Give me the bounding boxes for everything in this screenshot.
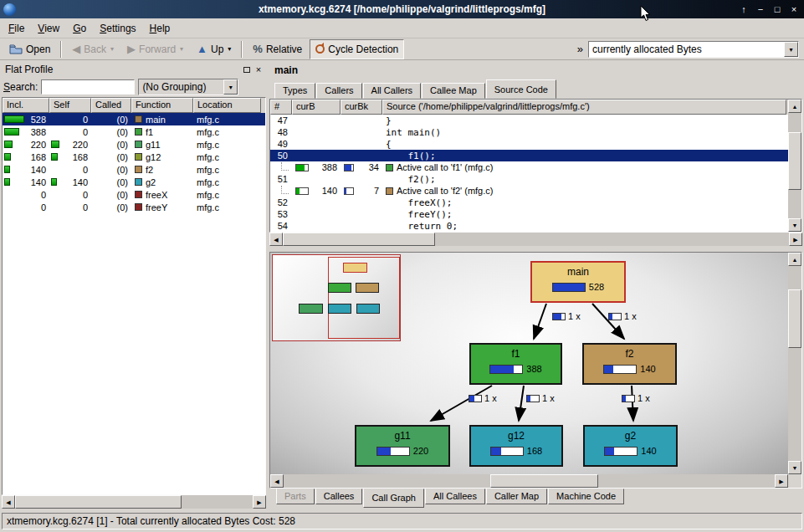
cell-self: 0	[49, 188, 91, 201]
scroll-right-button[interactable]: ▶	[789, 233, 802, 246]
menu-view[interactable]: View	[31, 20, 66, 37]
scroll-up-button[interactable]: ▲	[788, 100, 801, 113]
scroll-down-button[interactable]: ▼	[788, 461, 801, 474]
source-column-curb[interactable]: curB	[292, 100, 341, 115]
function-row-freeX[interactable]: 00(0)freeXmfg.c	[3, 188, 265, 201]
grouping-dropdown-icon[interactable]: ▾	[223, 79, 238, 95]
grouping-combo[interactable]: (No Grouping) ▾	[138, 79, 238, 95]
scroll-thumb[interactable]	[283, 233, 435, 246]
tab-source-code[interactable]: Source Code	[486, 79, 556, 99]
scroll-thumb[interactable]	[15, 495, 182, 509]
source-vscrollbar[interactable]: ▲▼	[788, 100, 801, 232]
open-button[interactable]: Open	[3, 39, 56, 59]
column-header-location[interactable]: Location	[193, 98, 261, 113]
scroll-thumb[interactable]	[788, 132, 801, 190]
graph-node-f1[interactable]: f1388	[469, 343, 562, 385]
scroll-thumb[interactable]	[490, 474, 598, 488]
relative-button[interactable]: % Relative	[247, 39, 308, 59]
tab-machine-code[interactable]: Machine Code	[548, 489, 624, 504]
tab-all-callers[interactable]: All Callers	[363, 83, 422, 99]
tab-callee-map[interactable]: Callee Map	[422, 83, 485, 99]
tab-call-graph[interactable]: Call Graph	[363, 489, 424, 508]
cost-type-combo[interactable]: currently allocated Bytes ▾	[588, 41, 799, 58]
source-line-50[interactable]: 50 f1();	[270, 150, 788, 161]
function-row-main[interactable]: 5280(0)mainmfg.c	[3, 113, 265, 125]
close-button[interactable]: ×	[787, 3, 801, 16]
minimize-button[interactable]: −	[754, 3, 767, 16]
cycle-detection-button[interactable]: Cycle Detection	[310, 39, 404, 59]
source-line-47[interactable]: 47}	[270, 115, 788, 126]
scroll-left-button[interactable]: ◀	[269, 233, 283, 246]
graph-node-f2[interactable]: f2140	[582, 343, 677, 385]
scroll-track[interactable]	[788, 266, 801, 461]
function-row-freeY[interactable]: 00(0)freeYmfg.c	[3, 201, 265, 213]
source-hscrollbar[interactable]: ◀▶	[269, 233, 802, 246]
graph-overview[interactable]	[272, 254, 401, 341]
scroll-left-button[interactable]: ◀	[2, 495, 15, 509]
function-row-f2[interactable]: 1400(0)f2mfg.c	[3, 163, 265, 176]
column-header-self[interactable]: Self	[49, 98, 91, 113]
scroll-down-button[interactable]: ▼	[788, 218, 801, 232]
function-row-g2[interactable]: 140140(0)g2mfg.c	[3, 176, 265, 188]
menu-file[interactable]: File	[2, 20, 31, 37]
call-graph-canvas[interactable]: 1 x1 x1 x1 x1 xmain528f1388f2140g11220g1…	[270, 253, 788, 474]
scroll-thumb[interactable]	[788, 289, 801, 348]
scroll-left-button[interactable]: ◀	[270, 474, 284, 488]
tab-callers[interactable]: Callers	[316, 83, 361, 99]
splitter-handle[interactable]	[269, 246, 802, 252]
source-column-#[interactable]: #	[270, 100, 292, 115]
dock-float-button[interactable]	[241, 64, 253, 75]
graph-node-g12[interactable]: g12168	[469, 425, 563, 467]
forward-button[interactable]: ▶ Forward ▾	[121, 39, 189, 59]
scroll-track[interactable]	[15, 495, 253, 509]
graph-hscrollbar[interactable]: ◀▶	[270, 474, 788, 488]
maximize-button[interactable]: □	[771, 3, 784, 16]
combo-dropdown-icon[interactable]: ▾	[784, 42, 798, 57]
function-row-g12[interactable]: 168168(0)g12mfg.c	[3, 151, 265, 163]
graph-vscrollbar[interactable]: ▲▼	[788, 253, 801, 474]
back-button[interactable]: ◀ Back ▾	[66, 39, 120, 59]
up-button[interactable]: ▲ Up ▾	[191, 39, 237, 59]
source-line-49[interactable]: 49{	[270, 138, 788, 150]
tab-all-callees[interactable]: All Callees	[425, 489, 485, 504]
source-line-52[interactable]: 52 freeX();	[270, 197, 788, 208]
shade-button[interactable]: ↑	[737, 3, 750, 16]
call-annotation-row[interactable]: 38834Active call to 'f1' (mfg.c)	[270, 161, 788, 173]
toolbar-extension-icon[interactable]: »	[574, 43, 586, 55]
function-row-g11[interactable]: 220220(0)g11mfg.c	[3, 138, 265, 151]
tab-types[interactable]: Types	[274, 83, 315, 99]
search-input[interactable]	[41, 79, 135, 95]
tab-caller-map[interactable]: Caller Map	[486, 489, 547, 504]
graph-node-g11[interactable]: g11220	[355, 425, 450, 467]
scroll-track[interactable]	[788, 113, 801, 218]
source-column-curbk[interactable]: curBk	[341, 100, 382, 115]
source-line-51[interactable]: 51 f2();	[270, 173, 788, 185]
column-header-incl[interactable]: Incl.	[3, 98, 49, 113]
scroll-up-button[interactable]: ▲	[788, 253, 801, 266]
scroll-track[interactable]	[283, 233, 789, 246]
source-line-53[interactable]: 53 freeY();	[270, 208, 788, 220]
menu-go[interactable]: Go	[66, 20, 93, 37]
dock-close-button[interactable]: ×	[253, 64, 264, 75]
scroll-right-button[interactable]: ▶	[253, 495, 266, 509]
cell-self: 220	[49, 138, 91, 151]
column-header-called[interactable]: Called	[91, 98, 131, 113]
flat-profile-hscrollbar[interactable]: ◀▶	[2, 495, 266, 509]
graph-node-main[interactable]: main528	[530, 261, 626, 303]
tab-callees[interactable]: Callees	[315, 489, 363, 504]
scroll-right-button[interactable]: ▶	[775, 474, 788, 488]
scroll-track[interactable]	[284, 474, 775, 488]
back-icon: ◀	[72, 43, 80, 55]
source-column-sourcehome[interactable]: Source ('/home/philippe/valgrind/littlep…	[382, 100, 786, 115]
title-bar[interactable]: xtmemory.kcg.6274 [/home/philippe/valgri…	[0, 0, 804, 18]
menu-help[interactable]: Help	[143, 20, 177, 37]
source-line-48[interactable]: 48int main()	[270, 126, 788, 138]
graph-node-g2[interactable]: g2140	[583, 425, 678, 467]
function-row-f1[interactable]: 3880(0)f1mfg.c	[3, 125, 265, 138]
source-line-54[interactable]: 54 return 0;	[270, 220, 788, 232]
dock-header[interactable]: Flat Profile ×	[2, 62, 266, 77]
menu-settings[interactable]: Settings	[93, 20, 142, 37]
call-annotation-row[interactable]: 1407Active call to 'f2' (mfg.c)	[270, 185, 788, 197]
edge-cost-bar	[552, 313, 566, 320]
column-header-function[interactable]: Function	[131, 98, 193, 113]
